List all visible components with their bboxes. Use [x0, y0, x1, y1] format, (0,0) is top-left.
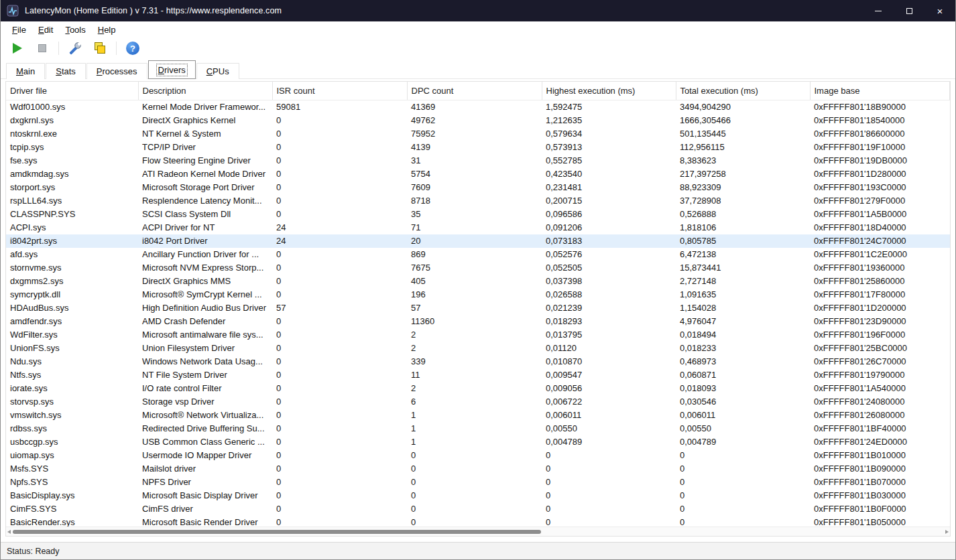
- table-row[interactable]: storvsp.sysStorage vsp Driver060,0067220…: [6, 395, 950, 409]
- table-row[interactable]: CLASSPNP.SYSSCSI Class System Dll0350,09…: [6, 208, 950, 221]
- table-cell: 0xFFFFF801'1D200000: [810, 301, 950, 315]
- table-cell: 0: [676, 476, 810, 489]
- scroll-right-arrow-icon[interactable]: [945, 530, 949, 534]
- table-cell: 0,021239: [542, 301, 676, 315]
- table-row[interactable]: BasicDisplay.sysMicrosoft Basic Display …: [6, 489, 950, 502]
- column-header-total-execution[interactable]: Total execution (ms): [676, 82, 810, 100]
- table-cell: Mailslot driver: [138, 462, 272, 476]
- scrollbar-thumb[interactable]: [13, 530, 541, 534]
- table-row[interactable]: afd.sysAncillary Function Driver for ...…: [6, 248, 950, 261]
- table-row[interactable]: ntoskrnl.exeNT Kernel & System0759520,57…: [6, 127, 950, 141]
- table-row[interactable]: BasicRender.sysMicrosoft Basic Render Dr…: [6, 516, 950, 527]
- table-cell: Redirected Drive Buffering Su...: [138, 422, 272, 435]
- table-row[interactable]: rspLLL64.sysResplendence Latency Monit..…: [6, 194, 950, 208]
- table-cell: 0: [676, 449, 810, 462]
- table-cell: 112,956115: [676, 141, 810, 154]
- horizontal-scrollbar[interactable]: [6, 527, 950, 536]
- tab-drivers[interactable]: Drivers: [148, 60, 196, 79]
- table-row[interactable]: vmswitch.sysMicrosoft® Network Virtualiz…: [6, 409, 950, 422]
- table-row[interactable]: usbccgp.sysUSB Common Class Generic ...0…: [6, 435, 950, 449]
- column-header-description[interactable]: Description: [138, 82, 272, 100]
- column-header-isr-count[interactable]: ISR count: [272, 82, 407, 100]
- table-cell: 1,592475: [542, 100, 676, 114]
- table-row[interactable]: amdfendr.sysAMD Crash Defender0113600,01…: [6, 315, 950, 328]
- table-row[interactable]: dxgmms2.sysDirectX Graphics MMS04050,037…: [6, 275, 950, 288]
- table-cell: 0xFFFFF801'1B0F0000: [810, 502, 950, 516]
- table-cell: High Definition Audio Bus Driver: [138, 301, 272, 315]
- table-cell: Microsoft® Network Virtualiza...: [138, 409, 272, 422]
- table-row[interactable]: rdbss.sysRedirected Drive Buffering Su..…: [6, 422, 950, 435]
- column-header-image-base[interactable]: Image base: [810, 82, 950, 100]
- help-button[interactable]: ?: [124, 40, 141, 57]
- scroll-left-arrow-icon[interactable]: [7, 530, 11, 534]
- table-cell: amdkmdag.sys: [6, 167, 138, 181]
- copy-report-button[interactable]: [91, 40, 109, 57]
- table-row[interactable]: tcpip.sysTCP/IP Driver041390,573913112,9…: [6, 141, 950, 154]
- table-cell: 0,004789: [676, 435, 810, 449]
- table-row[interactable]: dxgkrnl.sysDirectX Graphics Kernel049762…: [6, 114, 950, 127]
- table-cell: 41369: [407, 100, 542, 114]
- table-cell: 0,052576: [542, 248, 676, 261]
- table-cell: DirectX Graphics Kernel: [138, 114, 272, 127]
- table-cell: 0,526888: [676, 208, 810, 221]
- table-cell: 0xFFFFF801'196F0000: [810, 328, 950, 342]
- menu-file[interactable]: File: [6, 23, 32, 37]
- table-cell: 1666,305466: [676, 114, 810, 127]
- table-cell: 0: [272, 167, 407, 181]
- table-row[interactable]: i8042prt.sysi8042 Port Driver24200,07318…: [6, 234, 950, 248]
- table-cell: 7675: [407, 261, 542, 275]
- table-row[interactable]: stornvme.sysMicrosoft NVM Express Storp.…: [6, 261, 950, 275]
- table-cell: DirectX Graphics MMS: [138, 275, 272, 288]
- column-header-highest-execution[interactable]: Highest execution (ms): [542, 82, 676, 100]
- tab-cpus[interactable]: CPUs: [196, 63, 239, 79]
- table-cell: 0xFFFFF801'1BF40000: [810, 422, 950, 435]
- table-row[interactable]: iorate.sysI/O rate control Filter020,009…: [6, 382, 950, 395]
- table-cell: 0: [272, 127, 407, 141]
- options-button[interactable]: [66, 40, 84, 57]
- table-row[interactable]: HDAudBus.sysHigh Definition Audio Bus Dr…: [6, 301, 950, 315]
- table-row[interactable]: Wdf01000.sysKernel Mode Driver Framewor.…: [6, 100, 950, 114]
- menu-tools[interactable]: Tools: [59, 23, 91, 37]
- table-cell: 0xFFFFF801'1B090000: [810, 462, 950, 476]
- table-row[interactable]: ACPI.sysACPI Driver for NT24710,0912061,…: [6, 221, 950, 234]
- table-row[interactable]: UnionFS.sysUnion Filesystem Driver020,01…: [6, 342, 950, 355]
- table-row[interactable]: Npfs.SYSNPFS Driver00000xFFFFF801'1B0700…: [6, 476, 950, 489]
- column-header-dpc-count[interactable]: DPC count: [407, 82, 542, 100]
- tab-processes[interactable]: Processes: [86, 63, 147, 79]
- table-cell: 6,472138: [676, 248, 810, 261]
- start-monitor-button[interactable]: [9, 40, 26, 57]
- latencymon-app-icon: [7, 5, 19, 17]
- tab-stats[interactable]: Stats: [46, 63, 86, 79]
- menu-edit[interactable]: Edit: [32, 23, 59, 37]
- table-cell: 0: [272, 248, 407, 261]
- table-row[interactable]: Ntfs.sysNT File System Driver0110,009547…: [6, 368, 950, 382]
- table-row[interactable]: WdFilter.sysMicrosoft antimalware file s…: [6, 328, 950, 342]
- menu-help[interactable]: Help: [92, 23, 122, 37]
- table-cell: 57: [272, 301, 407, 315]
- table-cell: 0: [272, 114, 407, 127]
- maximize-button[interactable]: [894, 0, 924, 21]
- minimize-button[interactable]: [863, 0, 894, 21]
- table-row[interactable]: fse.sysFlow Steering Engine Driver0310,5…: [6, 154, 950, 167]
- table-row[interactable]: symcryptk.dllMicrosoft® SymCrypt Kernel …: [6, 288, 950, 301]
- close-button[interactable]: ×: [924, 0, 955, 21]
- table-cell: 0: [272, 275, 407, 288]
- table-row[interactable]: CimFS.SYSCimFS driver00000xFFFFF801'1B0F…: [6, 502, 950, 516]
- table-cell: SCSI Class System Dll: [138, 208, 272, 221]
- table-cell: 0,805785: [676, 234, 810, 248]
- table-row[interactable]: storport.sysMicrosoft Storage Port Drive…: [6, 181, 950, 194]
- table-row[interactable]: Ndu.sysWindows Network Data Usag...03390…: [6, 355, 950, 368]
- table-row[interactable]: amdkmdag.sysATI Radeon Kernel Mode Drive…: [6, 167, 950, 181]
- table-cell: Storage vsp Driver: [138, 395, 272, 409]
- tab-main[interactable]: Main: [6, 63, 45, 79]
- table-row[interactable]: uiomap.sysUsermode IO Mapper Driver00000…: [6, 449, 950, 462]
- table-cell: 1: [407, 435, 542, 449]
- table-row[interactable]: Msfs.SYSMailslot driver00000xFFFFF801'1B…: [6, 462, 950, 476]
- titlebar[interactable]: LatencyMon (Home Edition ) v 7.31 - http…: [1, 0, 955, 21]
- stop-monitor-button[interactable]: [34, 40, 51, 57]
- table-cell: 0: [676, 489, 810, 502]
- column-header-driver-file[interactable]: Driver file: [6, 82, 138, 100]
- table-cell: 3494,904290: [676, 100, 810, 114]
- table-cell: 0,01120: [542, 342, 676, 355]
- table-cell: 0,006011: [676, 409, 810, 422]
